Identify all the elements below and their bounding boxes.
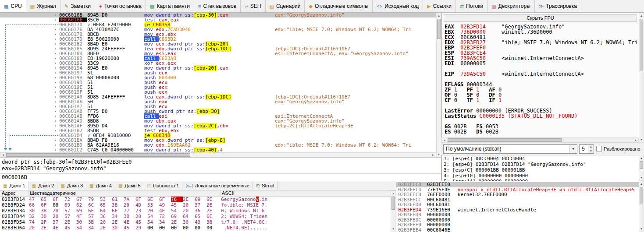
tab-cpu[interactable]: ▦CPU [0,0,26,12]
hex-byte[interactable]: 20 [183,208,195,214]
scroll-up-icon[interactable]: ▲ [391,191,395,196]
hex-byte[interactable]: 65 [100,202,112,208]
dump-vscrollbar[interactable]: ▲ ▼ [391,190,396,232]
breakpoint-dot[interactable] [55,101,56,102]
hex-byte[interactable]: 30 [29,208,41,214]
hex-byte[interactable]: 20 [183,202,195,208]
hex-byte[interactable]: 69 [64,202,76,208]
hex-byte[interactable]: 3B [124,214,135,219]
hex-byte[interactable]: 47 [29,197,41,202]
breakpoint-dot[interactable] [55,39,56,40]
hex-byte[interactable]: 00 [195,225,206,231]
hex-byte[interactable]: 00 [183,225,195,231]
stepper-up-icon[interactable]: ▲ [588,145,594,149]
stack-row[interactable]: 02B3FEC002B3FEE0 [396,182,639,187]
hex-byte[interactable]: 4E [159,208,171,214]
disassembly-hscrollbar[interactable]: ◄ ► [0,152,436,158]
hide-fpu-button[interactable]: Скрыть FPU [444,14,637,22]
dump-row[interactable]: 02B3FD44323B20574F5736343B2054726964656E… [0,214,396,219]
stack-row[interactable]: 02B3FEE400C6046E [396,228,639,232]
argument-depth-stepper[interactable]: 5 ▲ ▼ [579,144,594,154]
scrollbar-thumb[interactable] [448,138,562,142]
breakpoint-dot[interactable] [55,29,56,30]
hex-byte[interactable]: 69 [195,197,206,202]
dump-row[interactable]: 02B3FD64202E4E4554342E304529000000000000… [0,225,396,231]
hex-byte[interactable]: 45 [64,225,76,231]
hex-byte[interactable]: 3B [41,208,53,214]
tab-dump3[interactable]: ▦Дамп 3 [57,181,86,190]
tab-script[interactable]: ▧Сценарий [266,0,305,12]
breakpoint-dot[interactable] [55,72,56,74]
registers-vscrollbar[interactable]: ▲ ▼ [639,13,644,143]
breakpoint-dot[interactable] [55,130,56,131]
hex-byte[interactable]: 64 [100,208,112,214]
hex-byte[interactable]: 69 [76,208,88,214]
tab-dump2[interactable]: ▦Дамп 2 [29,181,58,190]
hex-byte[interactable]: 45 [135,219,147,225]
breakpoint-dot[interactable] [55,96,56,98]
breakpoint-dot[interactable] [55,149,56,151]
stack-vscrollbar[interactable]: ▲ ▼ [639,181,644,232]
tab-notes[interactable]: ✎Заметки [60,0,95,12]
hex-byte[interactable]: 72 [64,197,76,202]
stack-row[interactable]: 02B3FED800000000 [396,212,639,218]
hex-byte[interactable]: 30 [76,219,88,225]
hex-byte[interactable]: 3B [41,214,53,219]
registers-hscrollbar[interactable]: ◄ ► [441,137,639,143]
hex-byte[interactable]: 54 [147,214,159,219]
scroll-left-icon[interactable]: ◄ [442,138,447,142]
breakpoint-dot[interactable] [55,14,56,16]
breakpoint-dot[interactable] [55,116,56,117]
hex-byte[interactable]: 72 [159,214,171,219]
breakpoint-dot[interactable] [55,48,56,49]
register-line[interactable]: EDI 00000005 [445,61,639,66]
hex-byte[interactable]: 3B [88,219,100,225]
hex-byte[interactable]: 6F [159,197,171,202]
hex-byte[interactable]: 57 [88,214,100,219]
hex-byte[interactable]: 2E [183,197,195,202]
tab-dump1[interactable]: ▦Дамп 1 [0,181,29,190]
breakpoint-dot[interactable] [55,91,56,93]
hex-byte[interactable]: 2E [64,219,76,225]
hex-byte[interactable]: 77 [124,208,135,214]
hex-byte[interactable]: 54 [147,219,159,225]
breakpoint-dot[interactable] [55,67,56,69]
breakpoint-dot[interactable] [55,43,56,45]
hex-byte[interactable]: 79 [88,197,100,202]
argument-line[interactable]: 2: [esp+8] 02B3FD14 02B3FD14 "GeorgySazo… [444,162,637,167]
hex-byte[interactable]: 45 [171,202,183,208]
disassembly-vscrollbar[interactable]: ▲ ▼ [436,13,441,158]
hex-byte[interactable]: 00 [53,202,64,208]
hex-byte[interactable]: 76 [171,197,183,202]
scroll-down-icon[interactable]: ▼ [437,152,441,157]
scroll-down-icon[interactable]: ▼ [639,176,644,180]
hex-byte[interactable]: 00 [171,225,183,231]
scroll-up-icon[interactable]: ▲ [639,156,644,160]
hex-byte[interactable]: 20 [100,219,112,225]
hex-byte[interactable]: 74 [29,219,41,225]
hex-byte[interactable]: 2E [171,219,183,225]
stack-row[interactable]: 02B3FED000C60481 [396,202,639,207]
hex-byte[interactable]: 7A [124,197,135,202]
stack-row[interactable]: 02B3FEC876FF0000kernel32.76FF0000 [396,192,639,197]
hex-byte[interactable]: 4E [124,219,135,225]
disassembly-rows[interactable]: 00C6016B8945 D0mov dword ptr ss:[ebp-30]… [0,13,436,152]
dump-row[interactable]: 02B3FD24666F0069626C653B204D53494520372E… [0,202,396,208]
scroll-down-icon[interactable]: ▼ [391,227,395,231]
hex-byte[interactable]: 00 [206,225,218,231]
breakpoint-dot[interactable] [55,77,56,78]
hex-byte[interactable]: 29 [135,225,147,231]
register-line[interactable]: EIP 739A5C50 <wininet.InternetConnectA> [445,71,639,77]
hex-byte[interactable]: 53 [147,202,159,208]
hex-byte[interactable]: 37 [195,202,206,208]
chevron-down-icon[interactable]: ▾ [569,145,577,153]
hex-byte[interactable]: 4F [76,214,88,219]
tab-dump4[interactable]: ▦Дамп 4 [86,181,115,190]
breakpoint-dot[interactable] [55,53,56,54]
hex-byte[interactable]: 73 [135,208,147,214]
tab-call-stack[interactable]: ≡Стек вызовов [194,0,241,12]
registers-list[interactable]: EAX 02B3FD14 "GeorgySazonov.info"EBX 736… [445,24,639,137]
tab-threads[interactable]: ⇄Потоки [456,0,487,12]
dump-row[interactable]: 02B3FD1447656F72677953617A6F6E6F762E696E… [0,197,396,202]
hex-byte[interactable]: 30 [183,219,195,225]
